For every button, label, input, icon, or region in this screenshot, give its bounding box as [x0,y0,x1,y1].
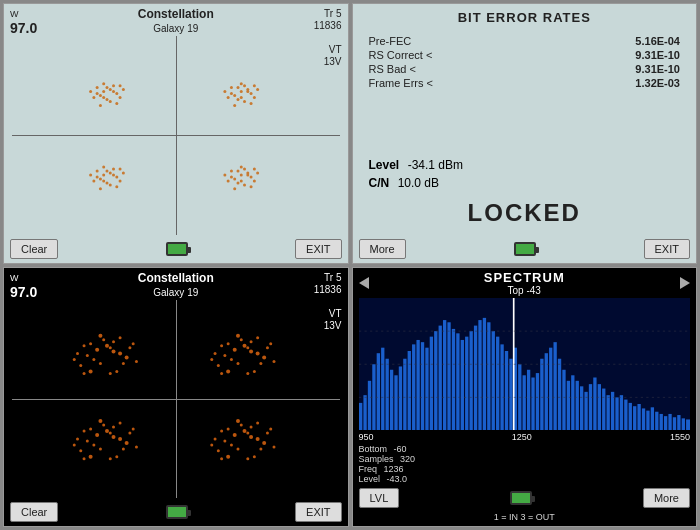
x-label-left: 950 [359,432,374,442]
svg-rect-187 [367,380,370,430]
svg-rect-204 [442,320,445,430]
svg-rect-224 [531,377,534,430]
svg-rect-216 [496,336,499,430]
cn-value: 10.0 dB [398,176,439,190]
svg-rect-218 [504,351,507,431]
svg-rect-190 [381,347,384,430]
x-label-right: 1550 [670,432,690,442]
svg-rect-211 [473,325,476,430]
svg-rect-233 [571,375,574,430]
clear-button-bl[interactable]: Clear [10,502,58,522]
svg-rect-201 [429,336,432,430]
spectrum-x-axis: 950 1250 1550 [353,432,697,442]
clear-button-tl[interactable]: Clear [10,239,58,259]
unit-label-bl: W [10,273,19,283]
exit-button-bl[interactable]: EXIT [295,502,341,522]
ber-panel: BIT ERROR RATES Pre-FEC 5.16E-04 RS Corr… [352,3,698,264]
svg-rect-251 [650,407,653,430]
frameerrs-label: Frame Errs < [369,77,433,89]
spectrum-title: SPECTRUM [484,270,565,285]
svg-rect-244 [619,395,622,430]
rsbad-value: 9.31E-10 [635,63,680,75]
lvl-button[interactable]: LVL [359,488,400,508]
svg-rect-257 [677,415,680,430]
svg-rect-194 [398,366,401,430]
svg-rect-229 [553,342,556,430]
svg-rect-185 [359,402,362,430]
svg-rect-234 [575,380,578,430]
constellation-title-tl: Constellation Galaxy 19 [4,4,348,36]
exit-button-tl[interactable]: EXIT [295,239,341,259]
battery-icon-br [510,491,532,505]
svg-rect-245 [624,399,627,430]
spectrum-bottom-info: Bottom -60 Samples 320 Freq 1236 Level -… [353,442,697,486]
svg-rect-213 [482,317,485,430]
battery-icon-tl [166,242,188,256]
svg-rect-225 [535,373,538,430]
level-value: -34.1 dBm [408,158,463,172]
ber-button-row: More EXIT [353,235,697,263]
spectrum-arrow-right[interactable] [680,277,690,289]
constellation-display-bl [12,300,340,499]
spectrum-arrow-left[interactable] [359,277,369,289]
svg-rect-208 [460,339,463,430]
level-label: Level [369,158,400,172]
svg-rect-237 [588,384,591,430]
prefec-value: 5.16E-04 [635,35,680,47]
bottom-label: Bottom -60 [359,444,470,454]
svg-rect-227 [544,353,547,430]
svg-rect-197 [412,344,415,430]
more-button-ber[interactable]: More [359,239,406,259]
svg-rect-235 [580,386,583,430]
svg-rect-209 [465,336,468,430]
svg-rect-192 [389,369,392,430]
constellation-display-tl [12,36,340,235]
svg-rect-191 [385,358,388,430]
ber-title: BIT ERROR RATES [353,4,697,29]
freq-row: Freq 1236 [359,464,470,474]
svg-rect-193 [394,375,397,430]
svg-rect-189 [376,353,379,430]
svg-rect-252 [655,411,658,430]
svg-rect-198 [416,339,419,430]
samples-row: Samples 320 [359,454,470,464]
more-button-spectrum[interactable]: More [643,488,690,508]
crosshair-tl [12,36,340,235]
svg-rect-205 [447,322,450,430]
spectrum-display [359,298,691,431]
exit-button-ber[interactable]: EXIT [644,239,690,259]
constellation-panel-dark: W 97.0 Constellation Galaxy 19 Tr 5 1183… [3,267,349,528]
svg-rect-248 [637,404,640,431]
freq-value-bl: 97.0 [10,284,37,300]
freq-display-tl: W 97.0 [10,8,37,37]
prefec-label: Pre-FEC [369,35,412,47]
svg-rect-249 [641,408,644,430]
spectrum-chart [359,298,691,431]
svg-rect-241 [606,395,609,430]
svg-rect-255 [668,413,671,430]
crosshair-vertical-tl [176,36,177,235]
frameerrs-value: 1.32E-03 [635,77,680,89]
level-row-spectrum: Level -43.0 [359,474,470,484]
svg-rect-226 [540,358,543,430]
svg-rect-210 [469,331,472,430]
crosshair-vertical-bl [176,300,177,499]
svg-rect-202 [434,331,437,430]
x-label-mid: 1250 [512,432,532,442]
svg-rect-232 [566,380,569,430]
svg-rect-195 [403,358,406,430]
spectrum-button-row: LVL More [353,486,697,512]
svg-rect-238 [593,377,596,430]
bottom-info-col1: Bottom -60 Samples 320 Freq 1236 Level -… [359,444,470,484]
svg-rect-214 [487,322,490,430]
level-group: Level -34.1 dBm [369,155,464,173]
spectrum-top-label: Top -43 [484,285,565,296]
spectrum-panel: SPECTRUM Top -43 [352,267,698,528]
svg-rect-243 [615,397,618,430]
svg-rect-230 [557,358,560,430]
battery-icon-bl [166,505,188,519]
constellation-panel-light: W 97.0 Constellation Galaxy 19 Tr 5 1183… [3,3,349,264]
ber-rsbad-row: RS Bad < 9.31E-10 [369,63,681,75]
freq-value-tl: 97.0 [10,20,37,36]
rscorrect-label: RS Correct < [369,49,433,61]
